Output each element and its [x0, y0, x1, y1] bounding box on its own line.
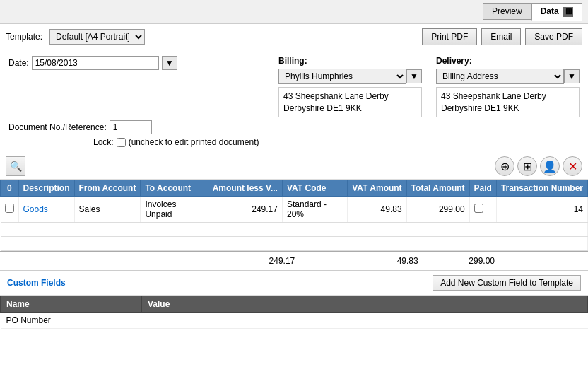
row-description[interactable]: Goods	[18, 197, 74, 223]
row-total-amount: 299.00	[406, 197, 469, 223]
add-row-button[interactable]: ⊕	[495, 156, 514, 176]
grid-icon: ▦	[563, 7, 573, 17]
empty-row-1	[1, 223, 588, 237]
delivery-dropdown-icon[interactable]: ▼	[564, 69, 580, 83]
col-header-vat-amount: VAT Amount	[348, 180, 406, 197]
delete-row-button[interactable]: ✕	[563, 156, 582, 176]
row-transaction-number: 14	[496, 197, 587, 223]
col-header-amount-less-vat: Amount less V...	[208, 180, 282, 197]
lock-checkbox[interactable]	[117, 138, 126, 147]
cf-col-name: Name	[1, 296, 142, 313]
col-header-index: 0	[1, 180, 19, 197]
row-vat-code: Standard - 20%	[282, 197, 347, 223]
person-button[interactable]: 👤	[540, 156, 560, 176]
row-paid-cell[interactable]	[469, 197, 496, 223]
template-select[interactable]: Default [A4 Portrait]	[49, 29, 145, 45]
print-pdf-button[interactable]: Print PDF	[422, 28, 477, 45]
date-dropdown-icon[interactable]: ▼	[162, 56, 177, 70]
total-total-amount: 299.00	[425, 256, 500, 266]
totals-table: 249.17 49.83 299.00	[0, 255, 588, 267]
date-label: Date:	[8, 58, 29, 68]
billing-delivery: Billing: Phyllis Humphries ▼ 43 Sheepsha…	[278, 56, 580, 118]
billing-section: Billing: Phyllis Humphries ▼ 43 Sheepsha…	[278, 56, 422, 118]
save-pdf-button[interactable]: Save PDF	[525, 28, 582, 45]
cf-row-value[interactable]	[142, 313, 588, 329]
delivery-label: Delivery:	[436, 56, 580, 66]
empty-row-2	[1, 237, 588, 251]
custom-fields-header: Custom Fields Add New Custom Field to Te…	[0, 271, 588, 296]
table-body: Goods Sales Invoices Unpaid 249.17 Stand…	[1, 197, 588, 251]
template-label: Template:	[6, 32, 42, 42]
cf-row: PO Number	[1, 313, 588, 329]
docref-label: Document No./Reference:	[8, 122, 107, 132]
custom-fields-table: Name Value PO Number	[0, 296, 588, 329]
totals-section: 249.17 49.83 299.00	[0, 251, 588, 271]
date-input[interactable]	[32, 56, 159, 70]
delivery-section: Delivery: Billing Address ▼ 43 Sheepshan…	[436, 56, 580, 118]
data-table-container: 0 Description From Account To Account Am…	[0, 180, 588, 251]
billing-dropdown-icon[interactable]: ▼	[406, 69, 422, 83]
cf-value-input[interactable]	[148, 315, 582, 325]
billing-select[interactable]: Phyllis Humphries	[278, 69, 406, 84]
tab-bar: Preview Data ▦	[0, 0, 588, 24]
row-vat-amount: 49.83	[348, 197, 406, 223]
cf-row-name: PO Number	[1, 313, 142, 329]
tab-preview[interactable]: Preview	[483, 3, 531, 20]
lock-label: Lock: (uncheck to edit printed document)	[93, 137, 259, 147]
form-section: Date: ▼ Billing: Phyllis Humphries ▼ 43 …	[0, 50, 588, 154]
lock-row: Lock: (uncheck to edit printed document)	[8, 137, 580, 147]
email-button[interactable]: Email	[481, 28, 521, 45]
copy-row-button[interactable]: ⊞	[517, 156, 537, 176]
row-from-account: Sales	[74, 197, 141, 223]
tab-data[interactable]: Data ▦	[531, 3, 582, 21]
col-header-total-amount: Total Amount	[406, 180, 469, 197]
search-button[interactable]: 🔍	[6, 156, 25, 176]
row-paid-checkbox[interactable]	[474, 204, 483, 213]
col-header-transaction-number: Transaction Number	[496, 180, 587, 197]
add-custom-field-button[interactable]: Add New Custom Field to Template	[433, 275, 581, 291]
col-header-to-account: To Account	[141, 180, 208, 197]
table-header: 0 Description From Account To Account Am…	[1, 180, 588, 197]
delivery-select[interactable]: Billing Address	[436, 69, 564, 84]
table-action-buttons: ⊕ ⊞ 👤 ✕	[495, 156, 582, 176]
total-vat-amount: 49.83	[360, 256, 423, 266]
transactions-table: 0 Description From Account To Account Am…	[0, 180, 588, 251]
col-header-from-account: From Account	[74, 180, 141, 197]
row-select-checkbox[interactable]	[5, 204, 14, 213]
billing-label: Billing:	[278, 56, 422, 66]
custom-fields-title: Custom Fields	[7, 278, 66, 288]
col-header-vat-code: VAT Code	[282, 180, 347, 197]
lock-text: (uncheck to edit printed document)	[129, 137, 259, 147]
billing-address: 43 Sheepshank Lane Derby Derbyshire DE1 …	[278, 87, 422, 118]
docref-input[interactable]	[110, 120, 152, 134]
col-header-paid: Paid	[469, 180, 496, 197]
cf-col-value: Value	[142, 296, 588, 313]
row-amount-less-vat: 249.17	[208, 197, 282, 223]
toolbar: Template: Default [A4 Portrait] Print PD…	[0, 24, 588, 50]
search-toolbar: 🔍 ⊕ ⊞ 👤 ✕	[0, 153, 588, 180]
row-checkbox-cell[interactable]	[1, 197, 19, 223]
total-amount-less-vat: 249.17	[225, 256, 300, 266]
col-header-description: Description	[18, 180, 74, 197]
table-row: Goods Sales Invoices Unpaid 249.17 Stand…	[1, 197, 588, 223]
lock-static: Lock:	[93, 137, 114, 147]
cf-table-body: PO Number	[1, 313, 588, 329]
delivery-address: 43 Sheepshank Lane Derby Derbyshire DE1 …	[436, 87, 580, 118]
row-to-account: Invoices Unpaid	[141, 197, 208, 223]
